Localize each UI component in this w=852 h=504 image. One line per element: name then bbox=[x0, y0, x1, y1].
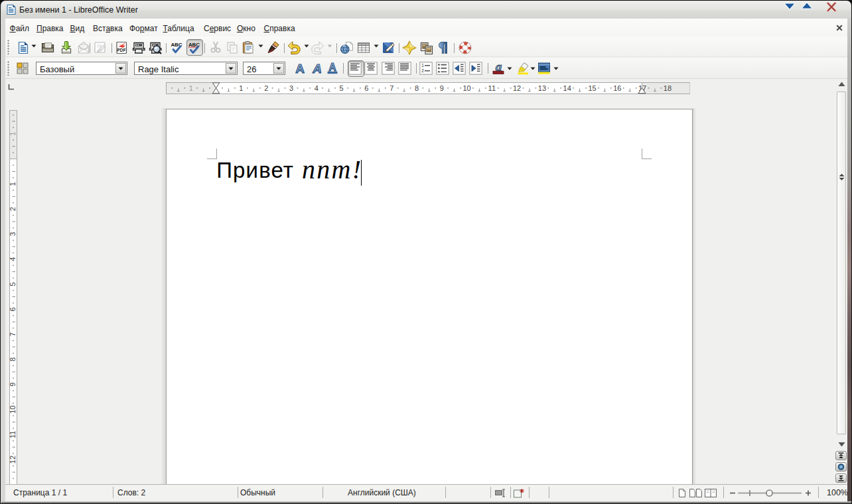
svg-text:12: 12 bbox=[9, 456, 17, 464]
svg-text:8: 8 bbox=[9, 357, 17, 361]
svg-text:1: 1 bbox=[9, 182, 17, 186]
svg-text:13: 13 bbox=[538, 84, 546, 92]
svg-text:A: A bbox=[312, 62, 322, 76]
svg-text:9: 9 bbox=[440, 84, 444, 92]
svg-text:7: 7 bbox=[9, 332, 17, 336]
svg-text:14: 14 bbox=[563, 84, 571, 92]
svg-text:1: 1 bbox=[421, 63, 424, 68]
svg-text:A: A bbox=[328, 62, 336, 73]
svg-text:A: A bbox=[295, 62, 305, 76]
svg-text:18: 18 bbox=[664, 84, 672, 92]
svg-text:1: 1 bbox=[239, 84, 243, 92]
svg-text:8: 8 bbox=[415, 84, 419, 92]
svg-text:4: 4 bbox=[9, 257, 17, 261]
svg-text:12: 12 bbox=[513, 84, 521, 92]
svg-text:7: 7 bbox=[390, 84, 393, 92]
svg-text:2: 2 bbox=[9, 207, 17, 211]
svg-text:PDF: PDF bbox=[117, 48, 126, 52]
svg-text:5: 5 bbox=[9, 283, 17, 286]
svg-text:3: 3 bbox=[9, 232, 17, 236]
svg-text:11: 11 bbox=[488, 84, 496, 92]
svg-text:9: 9 bbox=[9, 383, 17, 387]
svg-text:3: 3 bbox=[289, 84, 293, 92]
svg-text:10: 10 bbox=[462, 84, 470, 92]
svg-text:5: 5 bbox=[340, 84, 344, 92]
svg-text:16: 16 bbox=[613, 84, 621, 92]
svg-text:1: 1 bbox=[9, 132, 17, 136]
svg-text:4: 4 bbox=[315, 84, 319, 92]
svg-text:6: 6 bbox=[9, 307, 17, 311]
svg-text:1: 1 bbox=[189, 84, 193, 92]
svg-text:6: 6 bbox=[364, 84, 368, 92]
svg-text:10: 10 bbox=[9, 405, 17, 413]
svg-text:11: 11 bbox=[9, 431, 17, 438]
svg-text:2: 2 bbox=[264, 84, 268, 92]
svg-text:2: 2 bbox=[421, 68, 424, 73]
svg-text:15: 15 bbox=[588, 84, 596, 92]
